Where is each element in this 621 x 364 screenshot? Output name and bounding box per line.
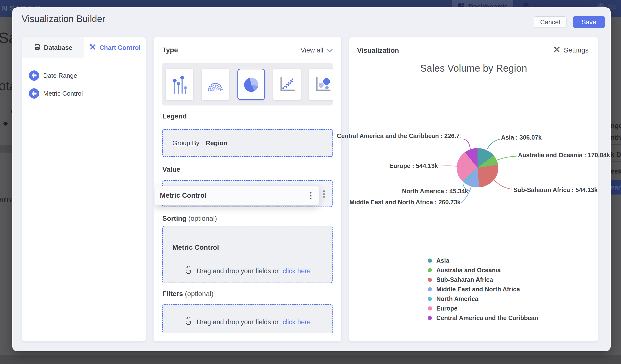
type-section-label: Type: [162, 46, 178, 54]
sliders-icon: [29, 88, 39, 99]
modal-title: Visualization Builder: [22, 14, 105, 24]
bubble-chart-icon: [313, 74, 333, 94]
pie-label-north-america: North America : 45.34k: [402, 188, 468, 195]
legend-dot: [428, 259, 432, 263]
legend-item: North America: [428, 296, 538, 302]
legend-item: Central America and the Caribbean: [428, 315, 538, 321]
tab-chart-control[interactable]: Chart Control: [84, 37, 146, 58]
visualization-builder-modal: Visualization Builder Cancel Save Databa…: [12, 7, 611, 351]
pie-label-sub-saharan-africa: Sub-Saharan Africa : 544.13k: [513, 186, 598, 193]
legend-section-label: Legend: [162, 112, 187, 120]
bg-dropdown-selected-row: ear: [611, 180, 621, 194]
legend-dot: [428, 297, 432, 301]
pie-label-central-america: Central America and the Caribbean : 226.…: [337, 132, 461, 139]
database-icon: [34, 43, 41, 52]
hand-drag-icon: [184, 317, 193, 328]
sidebar-panel: Database Chart Control Date Range Metric…: [22, 37, 146, 341]
visualization-settings-button[interactable]: Settings: [553, 46, 589, 55]
click-here-link[interactable]: click here: [283, 318, 310, 326]
legend-dot: [428, 287, 432, 291]
builder-panel: Type View all: [154, 37, 341, 341]
group-by-value: Region: [206, 139, 227, 147]
tab-database[interactable]: Database: [22, 37, 84, 58]
chart-legend: Asia Australia and Oceania Sub-Saharan A…: [428, 258, 538, 321]
group-by-label[interactable]: Group By: [172, 139, 199, 147]
sorting-dropzone[interactable]: Metric Control Drag and drop your fields…: [162, 226, 333, 283]
save-button[interactable]: Save: [573, 16, 605, 28]
bg-divider-band: [0, 145, 12, 153]
kebab-menu-icon[interactable]: [323, 190, 325, 198]
view-all-dropdown[interactable]: View all: [300, 47, 333, 54]
sliders-icon: [29, 70, 39, 81]
legend-item: Asia: [428, 258, 538, 263]
pie-label-europe: Europe : 544.13k: [389, 162, 438, 170]
pie-chart: [457, 148, 498, 187]
sidebar-item-metric-control[interactable]: Metric Control: [29, 88, 83, 99]
chart-type-strip: [162, 63, 333, 105]
sorting-chip-label: Metric Control: [172, 243, 219, 251]
sidebar-item-date-range[interactable]: Date Range: [29, 70, 77, 81]
kebab-menu-icon[interactable]: [310, 192, 311, 199]
legend-item: Sub-Saharan Africa: [428, 277, 538, 283]
value-section-label: Value: [162, 166, 180, 173]
bg-bullet-dot: [3, 122, 8, 126]
hand-drag-icon: [184, 266, 193, 277]
legend-item: Europe: [428, 305, 538, 311]
chart-type-scatter[interactable]: [273, 69, 301, 100]
filters-clip-region: Drag and drop your fields or click here: [162, 304, 333, 333]
legend-item: Australia and Oceania: [428, 267, 538, 273]
chevron-down-icon: [327, 47, 333, 54]
chart-title: Sales Volume by Region: [349, 63, 598, 74]
bg-dropdown-fragments: nge nth k D eek ear: [611, 103, 621, 206]
pie-label-asia: Asia : 306.07k: [501, 134, 542, 141]
bg-bottom-band: [0, 355, 621, 364]
filters-dropzone[interactable]: Drag and drop your fields or click here: [162, 304, 333, 333]
legend-dot: [428, 268, 432, 272]
lollipop-chart-icon: [171, 73, 188, 96]
filters-section-label: Filters (optional): [162, 290, 214, 298]
visualization-panel: Visualization Settings Sales Volume by R…: [349, 37, 598, 341]
legend-dot: [428, 316, 432, 320]
pie-label-middle-east-north-africa: Middle East and North Africa : 260.73k: [349, 199, 461, 206]
tools-icon: [553, 46, 560, 55]
click-here-link[interactable]: click here: [283, 267, 310, 275]
legend-dropzone[interactable]: Group By Region: [162, 129, 333, 157]
legend-item: Middle East and North Africa: [428, 286, 538, 292]
chart-type-pie[interactable]: [237, 69, 265, 100]
chart-type-arc[interactable]: [202, 69, 229, 100]
legend-dot: [428, 278, 432, 282]
pie-chart-icon: [241, 74, 262, 95]
chart-type-lollipop[interactable]: [166, 69, 193, 100]
visualization-panel-title: Visualization: [357, 47, 399, 54]
chart-type-bubble[interactable]: [309, 69, 333, 100]
cancel-button[interactable]: Cancel: [534, 16, 567, 28]
metric-control-drag-card[interactable]: Metric Control: [155, 186, 319, 205]
scatter-chart-icon: [277, 74, 297, 94]
arc-chart-icon: [205, 74, 225, 94]
pie-label-australia-oceania: Australia and Oceania : 170.04k: [518, 152, 610, 159]
tools-icon: [89, 43, 96, 52]
legend-dot: [428, 306, 432, 311]
sorting-section-label: Sorting (optional): [162, 215, 217, 223]
